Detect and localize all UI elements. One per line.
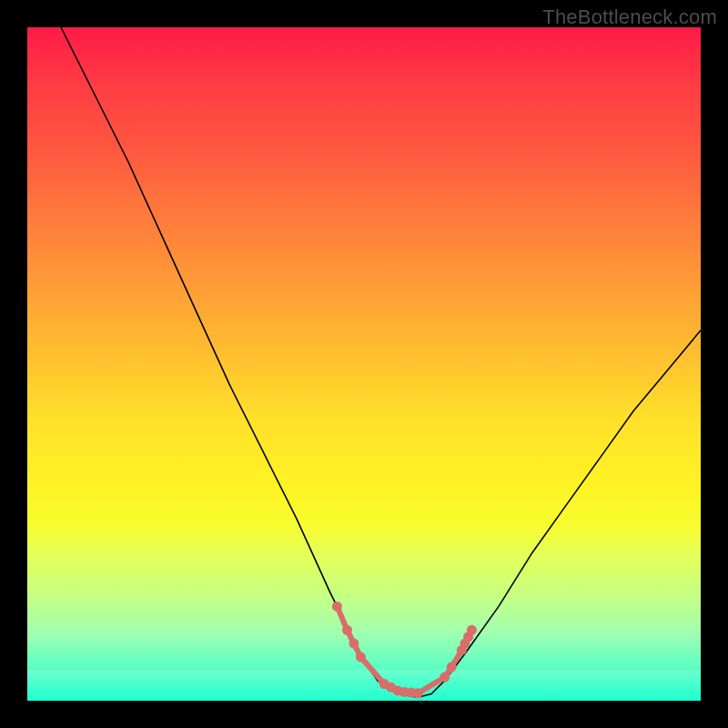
marker-dot [440, 672, 450, 682]
bottleneck-curve [61, 27, 701, 697]
marker-layer [332, 602, 477, 698]
plot-svg [27, 27, 701, 701]
chart-area [27, 27, 701, 701]
marker-dot [413, 688, 423, 698]
watermark-text: TheBottleneck.com [542, 5, 717, 29]
marker-dot [356, 652, 366, 662]
marker-dot [342, 625, 352, 635]
marker-segment [360, 657, 384, 684]
marker-dot [447, 662, 457, 672]
marker-dot [332, 602, 342, 612]
marker-dot [467, 625, 477, 635]
marker-dot [349, 639, 359, 649]
